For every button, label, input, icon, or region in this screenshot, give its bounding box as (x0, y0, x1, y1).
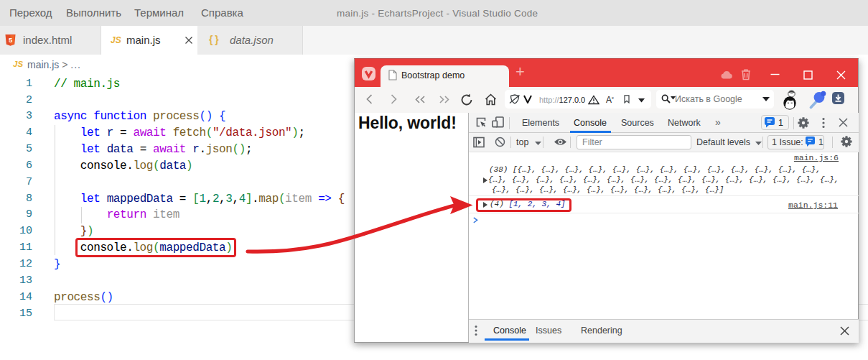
svg-text:5: 5 (9, 37, 12, 44)
